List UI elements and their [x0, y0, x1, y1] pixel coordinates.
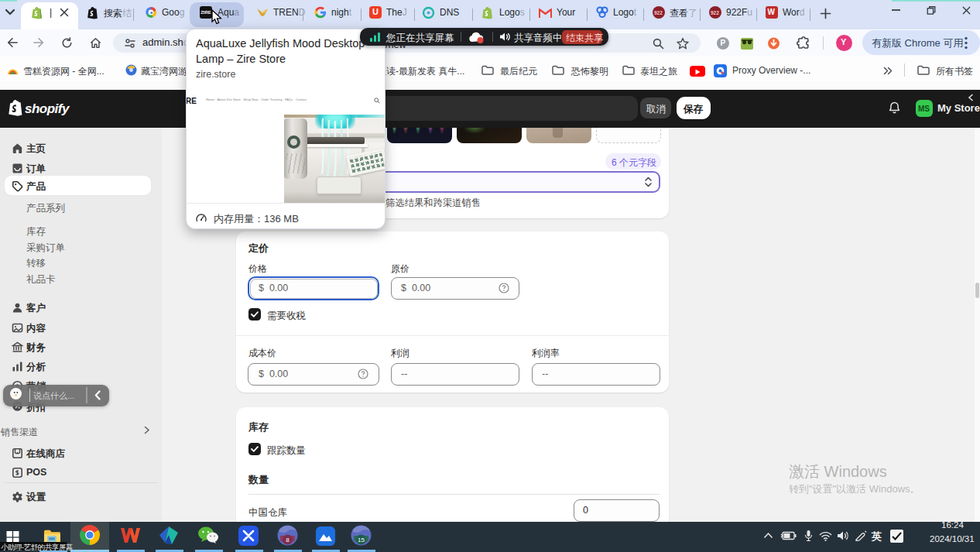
svg-text:15: 15 — [358, 537, 365, 543]
svg-text:8: 8 — [286, 537, 290, 543]
